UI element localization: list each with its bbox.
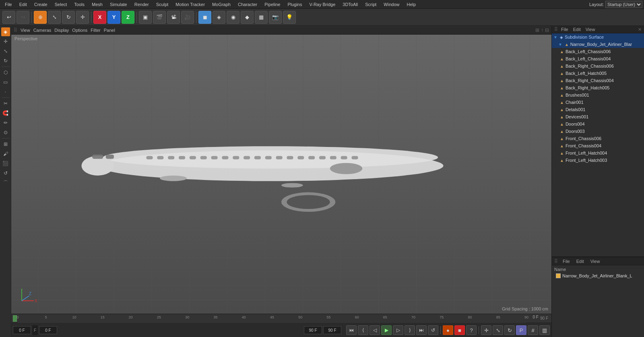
hier-file[interactable]: File [559, 27, 570, 32]
vp-menu-cameras[interactable]: Cameras [33, 28, 52, 33]
menu-help[interactable]: Help [403, 1, 419, 8]
menu-simulate[interactable]: Simulate [107, 1, 130, 8]
obj-mode-button[interactable]: ▣ [139, 11, 152, 24]
tree-root-airplane[interactable]: ▼ ▲ Narrow_Body_Jet_Airliner_Blar [552, 41, 644, 48]
render-region-button[interactable]: 📽 [167, 11, 180, 24]
menu-pipeline[interactable]: Pipeline [261, 1, 283, 8]
display-mode-4[interactable]: ◆ [241, 11, 254, 24]
menu-render[interactable]: Render [131, 1, 152, 8]
camera-button[interactable]: 📷 [269, 11, 282, 24]
start-frame-input[interactable] [13, 326, 31, 334]
key-button[interactable]: ? [466, 325, 477, 335]
tool-pen[interactable]: ✏ [1, 118, 10, 127]
tool-select[interactable]: ◈ [1, 27, 10, 36]
record-button[interactable]: ● [443, 325, 453, 335]
axis-y[interactable]: Y [107, 11, 120, 24]
tree-item-11[interactable]: ▲Doors003 [552, 128, 644, 135]
pos-icon-btn[interactable]: P [516, 325, 526, 335]
move-tool[interactable]: ⊕ [34, 11, 47, 24]
tree-item-14[interactable]: ▲Front_Left_Hatch004 [552, 149, 644, 157]
tree-item-7[interactable]: ▲Chair001 [552, 99, 644, 106]
scale-tool[interactable]: ⤡ [48, 11, 61, 24]
tree-item-0[interactable]: ▲Back_Left_Chassis006 [552, 48, 644, 55]
axis-x[interactable]: X [93, 11, 106, 24]
tool-knife[interactable]: ✂ [1, 99, 10, 108]
vp-icon-1[interactable]: ⊞ [535, 27, 539, 33]
move-icon-btn[interactable]: ✛ [481, 325, 491, 335]
menu-script[interactable]: Script [362, 1, 380, 8]
tree-item-4[interactable]: ▲Back_Right_Chassis004 [552, 77, 644, 84]
next-key-button[interactable]: ⟩ [405, 325, 415, 335]
goto-start-button[interactable]: ⏮ [346, 325, 357, 335]
display-mode-1[interactable]: ◼ [198, 11, 211, 24]
menu-select[interactable]: Select [52, 1, 70, 8]
current-frame-input[interactable] [39, 326, 57, 334]
tool-curve[interactable]: ⌒ [1, 178, 10, 187]
vp-menu-options[interactable]: Options [72, 28, 87, 33]
dope-icon-btn[interactable]: ▥ [539, 325, 550, 335]
vp-menu-display[interactable]: Display [54, 28, 69, 33]
attr-view[interactable]: View [589, 258, 602, 264]
grid-icon-btn[interactable]: # [528, 325, 538, 335]
rotate-tool[interactable]: ↻ [62, 11, 75, 24]
tree-item-8[interactable]: ▲Detals001 [552, 106, 644, 113]
tree-item-1[interactable]: ▲Back_Left_Chassis004 [552, 55, 644, 62]
tool-extra[interactable]: ↺ [1, 169, 10, 178]
tool-scale[interactable]: ⤡ [1, 47, 10, 56]
render-button[interactable]: 🎥 [181, 11, 194, 24]
tree-item-10[interactable]: ▲Doors004 [552, 120, 644, 128]
menu-plugins[interactable]: Plugins [284, 1, 305, 8]
redo-button[interactable]: ↪ [17, 11, 29, 24]
object-name-item[interactable]: Narrow_Body_Jet_Airliner_Blank_L [554, 273, 642, 279]
play-button[interactable]: ▶ [381, 325, 392, 335]
menu-3dtoall[interactable]: 3DToAll [339, 1, 361, 8]
menu-sculpt[interactable]: Sculpt [153, 1, 172, 8]
hier-view[interactable]: View [584, 27, 597, 32]
menu-character[interactable]: Character [235, 1, 260, 8]
tree-item-3[interactable]: ▲Back_Left_Hatch005 [552, 70, 644, 77]
light-button[interactable]: 💡 [283, 11, 296, 24]
tool-point[interactable]: · [1, 87, 10, 96]
rotate-icon-btn[interactable]: ↻ [504, 325, 515, 335]
prev-key-button[interactable]: ⟨ [358, 325, 368, 335]
vp-menu-filter[interactable]: Filter [91, 28, 100, 33]
tool-move[interactable]: ✛ [1, 37, 10, 46]
undo-button[interactable]: ↩ [2, 11, 15, 24]
attr-edit[interactable]: Edit [575, 258, 586, 264]
vp-icon-3[interactable]: ⊟ [545, 27, 549, 33]
render-view-button[interactable]: 🎬 [153, 11, 166, 24]
menu-vray[interactable]: V-Ray Bridge [306, 1, 339, 8]
tool-snap[interactable]: ⊞ [1, 140, 10, 149]
tool-paint[interactable]: 🖌 [1, 149, 10, 158]
axis-z[interactable]: Z [122, 11, 134, 24]
tree-item-2[interactable]: ▲Back_Right_Chassis006 [552, 62, 644, 70]
prev-frame-button[interactable]: ◁ [369, 325, 380, 335]
menu-window[interactable]: Window [380, 1, 402, 8]
menu-create[interactable]: Create [31, 1, 51, 8]
transform-tool[interactable]: ✛ [76, 11, 89, 24]
menu-file[interactable]: File [2, 1, 15, 8]
tool-rotate[interactable]: ↻ [1, 56, 10, 65]
tree-subdivision-surface[interactable]: ▼ ◈ Subdivision Surface [552, 33, 644, 41]
tree-item-6[interactable]: ▲Brushes001 [552, 91, 644, 99]
tool-fill[interactable]: ⬛ [1, 159, 10, 168]
menu-tools[interactable]: Tools [71, 1, 88, 8]
vp-menu-panel[interactable]: Panel [104, 28, 115, 33]
tree-item-15[interactable]: ▲Front_Left_Hatch003 [552, 157, 644, 164]
tree-item-13[interactable]: ▲Front_Chassis004 [552, 142, 644, 149]
tool-loop[interactable]: ⊙ [1, 128, 10, 137]
play-reverse-button[interactable]: ▷ [393, 325, 403, 335]
tool-polygon[interactable]: ⬡ [1, 68, 10, 77]
menu-motion-tracker[interactable]: Motion Tracker [172, 1, 208, 8]
tool-magnet[interactable]: 🧲 [1, 109, 10, 118]
tree-item-12[interactable]: ▲Front_Chassis006 [552, 135, 644, 142]
hier-close[interactable]: ✕ [638, 27, 642, 32]
tool-edge[interactable]: ▭ [1, 78, 10, 87]
tree-item-5[interactable]: ▲Back_Right_Hatch005 [552, 84, 644, 91]
menu-edit[interactable]: Edit [16, 1, 30, 8]
menu-mesh[interactable]: Mesh [89, 1, 106, 8]
layout-dropdown[interactable]: Startup (User) [605, 1, 642, 8]
attr-file[interactable]: File [561, 258, 572, 264]
scale-icon-btn[interactable]: ⤡ [493, 325, 503, 335]
vp-icon-2[interactable]: ↑ [541, 27, 543, 33]
